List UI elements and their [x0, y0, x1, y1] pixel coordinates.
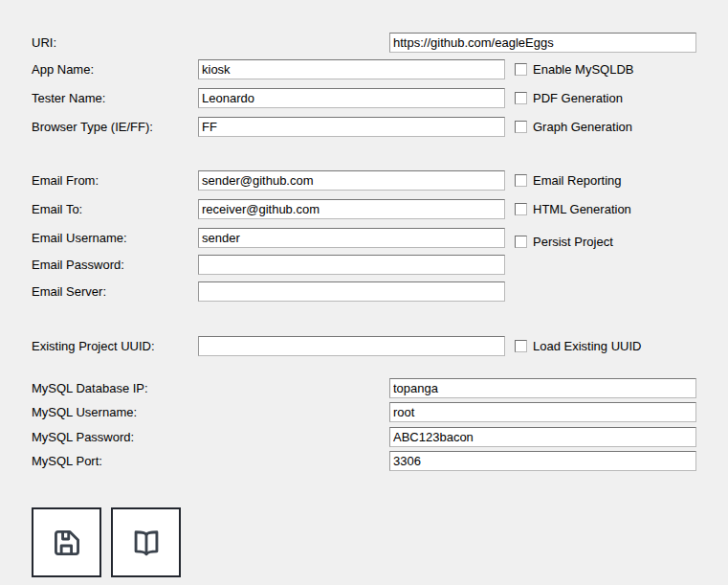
existing-project-uuid-label: Existing Project UUID:	[32, 336, 194, 356]
graph-generation-checkbox-label: Graph Generation	[533, 117, 632, 137]
email-reporting-checkbox[interactable]	[515, 174, 527, 187]
load-existing-uuid-checkbox-label: Load Existing UUID	[533, 336, 641, 356]
mysql-password-input[interactable]	[389, 427, 696, 447]
uri-input[interactable]	[389, 33, 696, 53]
enable-mysqldb-checkbox[interactable]	[515, 63, 527, 76]
email-username-input[interactable]	[198, 228, 505, 248]
tester-name-label: Tester Name:	[32, 88, 194, 108]
app-name-label: App Name:	[32, 59, 194, 79]
floppy-disk-icon	[49, 525, 85, 561]
mysql-database-ip-input[interactable]	[389, 378, 696, 398]
email-username-label: Email Username:	[32, 228, 194, 248]
mysql-password-label: MySQL Password:	[32, 427, 194, 447]
open-book-icon	[128, 525, 165, 561]
email-from-label: Email From:	[32, 170, 194, 191]
existing-project-uuid-input[interactable]	[198, 336, 505, 356]
browser-type-label: Browser Type (IE/FF):	[32, 117, 194, 137]
email-server-label: Email Server:	[32, 281, 194, 302]
pdf-generation-checkbox[interactable]	[515, 92, 527, 104]
html-generation-checkbox[interactable]	[515, 203, 527, 215]
docs-button[interactable]	[111, 507, 181, 577]
email-server-input[interactable]	[198, 281, 505, 302]
email-password-label: Email Password:	[32, 255, 194, 275]
persist-project-checkbox-label: Persist Project	[533, 232, 613, 252]
graph-generation-checkbox[interactable]	[515, 121, 527, 133]
mysql-port-input[interactable]	[389, 451, 696, 471]
app-name-input[interactable]	[198, 59, 505, 79]
persist-project-checkbox[interactable]	[515, 236, 527, 248]
tester-name-input[interactable]	[198, 88, 505, 108]
mysql-username-label: MySQL Username:	[32, 402, 194, 422]
mysql-username-input[interactable]	[389, 402, 696, 422]
email-to-input[interactable]	[198, 199, 505, 219]
pdf-generation-checkbox-label: PDF Generation	[533, 88, 623, 108]
app-window: URI: App Name: Tester Name: Browser Type…	[0, 0, 728, 585]
mysql-database-ip-label: MySQL Database IP:	[32, 378, 194, 398]
email-password-input[interactable]	[198, 255, 505, 275]
email-from-input[interactable]	[198, 170, 505, 191]
email-reporting-checkbox-label: Email Reporting	[533, 170, 622, 191]
load-existing-uuid-checkbox[interactable]	[515, 340, 527, 352]
html-generation-checkbox-label: HTML Generation	[533, 199, 631, 219]
uri-label: URI:	[32, 33, 194, 53]
browser-type-input[interactable]	[198, 117, 505, 137]
mysql-port-label: MySQL Port:	[32, 451, 194, 471]
save-button[interactable]	[32, 507, 101, 577]
enable-mysqldb-checkbox-label: Enable MySQLDB	[533, 59, 634, 79]
email-to-label: Email To:	[32, 199, 194, 219]
